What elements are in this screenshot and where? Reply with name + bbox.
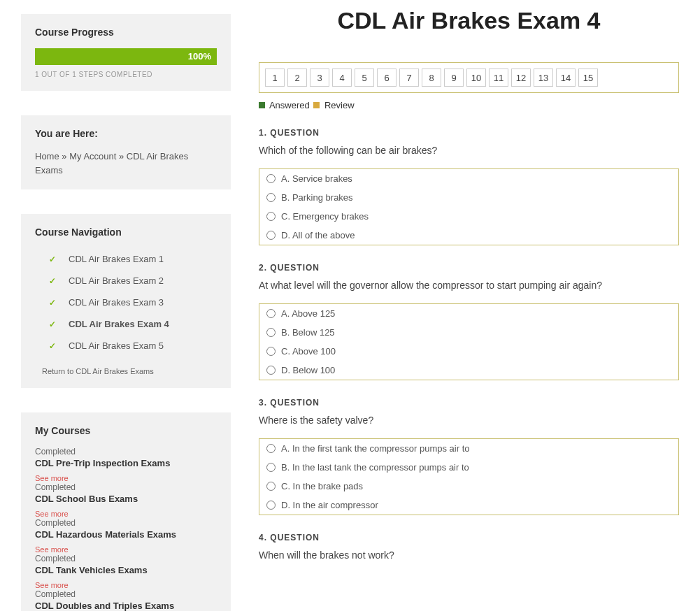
options-box: A. Service brakesB. Parking brakesC. Eme… [259,168,679,245]
question-nav-item[interactable]: 8 [422,69,441,87]
see-more-link[interactable]: See more [35,474,217,482]
question-nav-item[interactable]: 5 [355,69,374,87]
answer-radio[interactable] [266,212,276,221]
answer-radio[interactable] [266,193,276,202]
course-block: CompletedCDL Doubles and Triples Exams [35,589,217,611]
see-more-link[interactable]: See more [35,581,217,589]
course-status: Completed [35,482,217,492]
question-nav-item[interactable]: 7 [399,69,419,87]
question-nav-item[interactable]: 14 [556,69,576,87]
answer-option[interactable]: A. Service brakes [259,169,678,188]
question-label: 4. QUESTION [259,533,679,542]
question-nav-item[interactable]: 12 [511,69,531,87]
answer-text: A. In the first tank the compressor pump… [281,443,470,454]
nav-item-label: CDL Air Brakes Exam 2 [69,275,164,286]
answer-radio[interactable] [266,366,276,375]
course-name[interactable]: CDL Tank Vehicles Exams [35,563,217,577]
answer-option[interactable]: A. Above 125 [259,304,678,323]
breadcrumb-account[interactable]: My Account [69,151,116,161]
question-nav-box: 123456789101112131415 [259,62,679,93]
answer-option[interactable]: D. Below 100 [259,361,678,380]
question-nav-item[interactable]: 1 [265,69,285,87]
answered-indicator-icon [259,102,265,108]
mycourses-title: My Courses [35,425,217,436]
answer-text: D. Below 100 [281,365,335,375]
review-indicator-icon [313,102,320,108]
course-block: CompletedCDL Tank Vehicles Exams [35,554,217,577]
question-block: 1. QUESTIONWhich of the following can be… [259,128,679,245]
answer-text: D. In the air compressor [281,500,378,510]
question-nav-item[interactable]: 3 [310,69,329,87]
answer-option[interactable]: B. Below 125 [259,323,678,342]
breadcrumb-home[interactable]: Home [35,151,59,161]
answer-text: C. In the brake pads [281,481,363,491]
answer-radio[interactable] [266,463,276,472]
answer-option[interactable]: C. Emergency brakes [259,207,678,226]
nav-item-label: CDL Air Brakes Exam 5 [69,340,164,351]
check-icon: ✓ [49,276,56,286]
answer-text: B. In the last tank the compressor pumps… [281,462,469,473]
question-nav-item[interactable]: 13 [534,69,553,87]
question-nav-item[interactable]: 9 [444,69,464,87]
answer-option[interactable]: B. In the last tank the compressor pumps… [259,458,678,477]
course-name[interactable]: CDL School Bus Exams [35,492,217,505]
answer-radio[interactable] [266,231,276,240]
answer-option[interactable]: D. In the air compressor [259,496,678,515]
legend: Answered Review [259,100,679,110]
course-block: CompletedCDL School Bus Exams [35,482,217,505]
answer-option[interactable]: C. Above 100 [259,342,678,361]
answer-text: B. Below 125 [281,327,335,338]
see-more-link[interactable]: See more [35,545,217,554]
answer-radio[interactable] [266,309,276,318]
see-more-link[interactable]: See more [35,510,217,518]
nav-item[interactable]: ✓CDL Air Brakes Exam 2 [35,270,217,292]
course-name[interactable]: CDL Doubles and Triples Exams [35,599,217,611]
question-nav-item[interactable]: 2 [287,69,307,87]
question-nav-item[interactable]: 10 [466,69,486,87]
nav-item[interactable]: ✓CDL Air Brakes Exam 4 [35,313,217,335]
options-box: A. In the first tank the compressor pump… [259,438,679,515]
answer-option[interactable]: A. In the first tank the compressor pump… [259,439,678,458]
options-box: A. Above 125B. Below 125C. Above 100D. B… [259,303,679,380]
course-name[interactable]: CDL Hazardous Materials Exams [35,528,217,541]
nav-item[interactable]: ✓CDL Air Brakes Exam 5 [35,335,217,357]
page-title: CDL Air Brakes Exam 4 [259,7,679,34]
progress-bar: 100% [35,48,217,65]
course-status: Completed [35,447,217,457]
question-nav-item[interactable]: 6 [377,69,397,87]
return-link[interactable]: Return to CDL Air Brakes Exams [35,367,217,375]
course-status: Completed [35,518,217,528]
question-text: Where is the safety valve? [259,415,679,426]
answer-text: A. Service brakes [281,173,352,184]
progress-steps: 1 OUT OF 1 STEPS COMPLETED [35,71,217,78]
question-block: 2. QUESTIONAt what level will the govern… [259,263,679,380]
answer-text: A. Above 125 [281,308,335,319]
answer-radio[interactable] [266,444,276,453]
course-block: CompletedCDL Pre-Trip Inspection Exams [35,447,217,470]
check-icon: ✓ [49,319,56,329]
answer-option[interactable]: B. Parking brakes [259,188,678,207]
course-progress-widget: Course Progress 100% 1 OUT OF 1 STEPS CO… [21,14,231,91]
course-block: CompletedCDL Hazardous Materials Exams [35,518,217,541]
course-navigation-widget: Course Navigation ✓CDL Air Brakes Exam 1… [21,214,231,388]
question-label: 1. QUESTION [259,128,679,138]
question-nav-item[interactable]: 15 [578,69,598,87]
question-label: 3. QUESTION [259,398,679,408]
question-nav-item[interactable]: 11 [489,69,508,87]
answer-radio[interactable] [266,482,276,491]
answer-option[interactable]: C. In the brake pads [259,477,678,496]
answer-radio[interactable] [266,174,276,183]
question-label: 2. QUESTION [259,263,679,273]
answer-option[interactable]: D. All of the above [259,226,678,245]
progress-percent: 100% [188,48,211,65]
check-icon: ✓ [49,254,56,264]
course-name[interactable]: CDL Pre-Trip Inspection Exams [35,457,217,470]
answer-radio[interactable] [266,328,276,337]
answer-radio[interactable] [266,501,276,510]
legend-answered: Answered [269,100,310,110]
answer-radio[interactable] [266,347,276,356]
answer-text: B. Parking brakes [281,192,353,203]
nav-item[interactable]: ✓CDL Air Brakes Exam 3 [35,292,217,313]
question-nav-item[interactable]: 4 [332,69,352,87]
nav-item[interactable]: ✓CDL Air Brakes Exam 1 [35,248,217,270]
